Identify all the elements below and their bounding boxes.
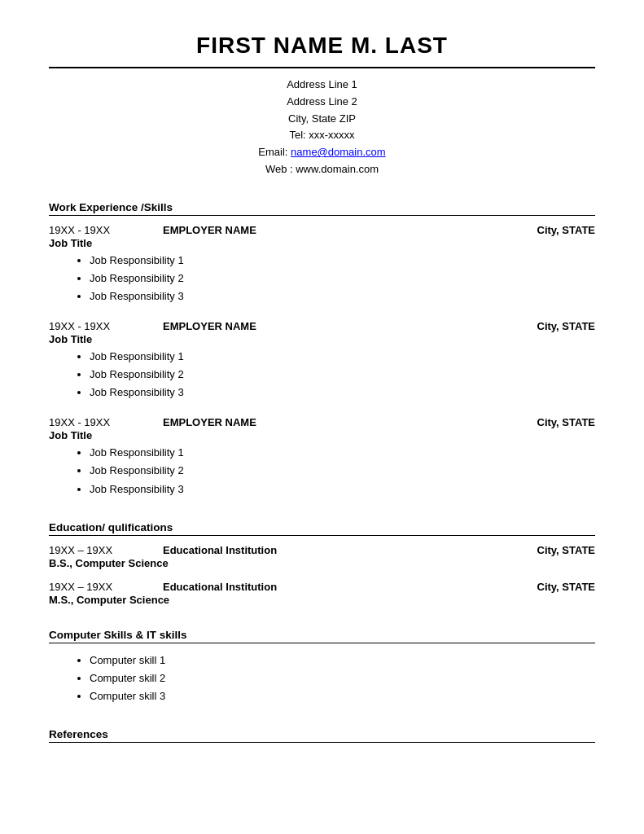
list-item: Computer skill 3 [90, 687, 595, 705]
computer-skills-title: Computer Skills & IT skills [49, 629, 595, 641]
edu-line-1: 19XX – 19XX Educational Institution City… [49, 544, 595, 556]
list-item: Job Responsibility 3 [90, 481, 595, 498]
list-item: Job Responsibility 1 [90, 252, 595, 270]
job-line-2: 19XX - 19XX EMPLOYER NAME City, STATE [49, 320, 595, 332]
edu-entry-2: 19XX – 19XX Educational Institution City… [49, 581, 595, 606]
job-2-city: City, STATE [537, 320, 596, 332]
edu-2-degree: M.S., Computer Science [49, 594, 595, 606]
computer-skills-divider [49, 643, 595, 643]
email-link[interactable]: name@domain.com [291, 146, 386, 158]
references-title: References [49, 728, 595, 740]
job-1-title: Job Title [49, 237, 595, 249]
job-entry-3: 19XX - 19XX EMPLOYER NAME City, STATE Jo… [49, 416, 595, 498]
skills-list: Computer skill 1 Computer skill 2 Comput… [90, 652, 595, 705]
job-1-responsibilities: Job Responsibility 1 Job Responsibility … [90, 252, 595, 305]
job-line-1: 19XX - 19XX EMPLOYER NAME City, STATE [49, 224, 595, 236]
email-label: Email: [258, 146, 291, 158]
list-item: Job Responsibility 2 [90, 270, 595, 288]
list-item: Job Responsibility 2 [90, 462, 595, 480]
edu-1-dates: 19XX – 19XX [49, 544, 147, 556]
education-divider [49, 535, 595, 536]
job-line-3: 19XX - 19XX EMPLOYER NAME City, STATE [49, 416, 595, 428]
job-entry-1: 19XX - 19XX EMPLOYER NAME City, STATE Jo… [49, 224, 595, 305]
list-item: Job Responsibility 3 [90, 288, 595, 305]
list-item: Computer skill 2 [90, 669, 595, 687]
tel: Tel: xxx-xxxxx [49, 127, 595, 144]
edu-line-2: 19XX – 19XX Educational Institution City… [49, 581, 595, 593]
edu-1-institution: Educational Institution [163, 544, 277, 556]
education-section: Education/ qulifications 19XX – 19XX Edu… [49, 521, 595, 606]
job-2-dates: 19XX - 19XX [49, 320, 147, 332]
header-divider [49, 67, 595, 68]
list-item: Job Responsibility 1 [90, 444, 595, 462]
edu-2-city: City, STATE [537, 581, 596, 593]
job-3-city: City, STATE [537, 416, 596, 428]
job-3-employer: EMPLOYER NAME [163, 416, 256, 428]
education-title: Education/ qulifications [49, 521, 595, 533]
job-1-city: City, STATE [537, 224, 596, 236]
work-experience-title: Work Experience /Skills [49, 201, 595, 213]
job-2-employer: EMPLOYER NAME [163, 320, 256, 332]
resume-header: FIRST NAME M. LAST [49, 33, 595, 59]
contact-info: Address Line 1 Address Line 2 City, Stat… [49, 77, 595, 178]
job-1-dates: 19XX - 19XX [49, 224, 147, 236]
edu-2-institution: Educational Institution [163, 581, 277, 593]
edu-1-city: City, STATE [537, 544, 596, 556]
address-line1: Address Line 1 [49, 77, 595, 94]
job-2-title: Job Title [49, 333, 595, 345]
computer-skills-section: Computer Skills & IT skills Computer ski… [49, 629, 595, 705]
email-line: Email: name@domain.com [49, 144, 595, 161]
edu-1-degree: B.S., Computer Science [49, 557, 595, 569]
web: Web : www.domain.com [49, 161, 595, 178]
work-experience-divider [49, 215, 595, 216]
edu-2-dates: 19XX – 19XX [49, 581, 147, 593]
references-section: References [49, 728, 595, 743]
resume-name: FIRST NAME M. LAST [49, 33, 595, 59]
address-line2: Address Line 2 [49, 94, 595, 111]
list-item: Job Responsibility 2 [90, 366, 595, 384]
city-state-zip: City, State ZIP [49, 111, 595, 128]
job-3-responsibilities: Job Responsibility 1 Job Responsibility … [90, 444, 595, 498]
list-item: Job Responsibility 1 [90, 348, 595, 366]
job-1-employer: EMPLOYER NAME [163, 224, 256, 236]
job-entry-2: 19XX - 19XX EMPLOYER NAME City, STATE Jo… [49, 320, 595, 402]
references-divider [49, 742, 595, 743]
edu-entry-1: 19XX – 19XX Educational Institution City… [49, 544, 595, 569]
job-3-title: Job Title [49, 429, 595, 441]
list-item: Computer skill 1 [90, 652, 595, 669]
job-3-dates: 19XX - 19XX [49, 416, 147, 428]
work-experience-section: Work Experience /Skills 19XX - 19XX EMPL… [49, 201, 595, 498]
list-item: Job Responsibility 3 [90, 384, 595, 402]
job-2-responsibilities: Job Responsibility 1 Job Responsibility … [90, 348, 595, 402]
